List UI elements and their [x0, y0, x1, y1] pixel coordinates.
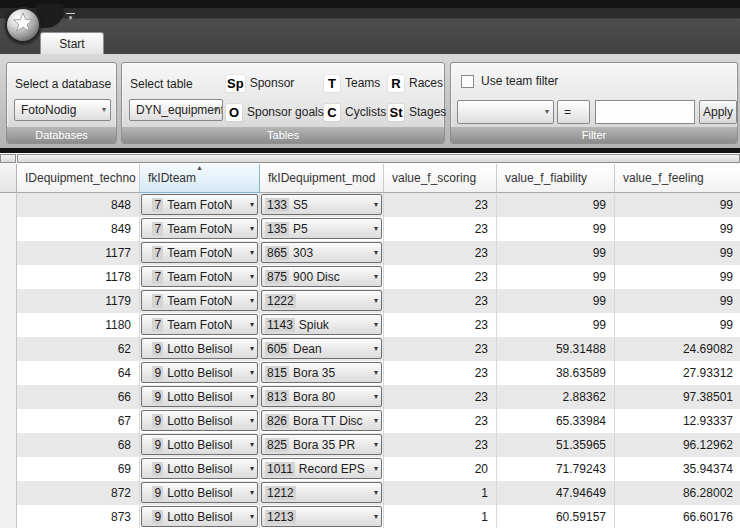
- grid-cell-fiability[interactable]: 59.31488: [497, 337, 615, 361]
- tab-start[interactable]: Start: [40, 32, 104, 54]
- row-selector[interactable]: [0, 481, 17, 505]
- model-combobox[interactable]: 135P5▾: [261, 218, 382, 239]
- row-selector[interactable]: [0, 313, 17, 337]
- team-combobox[interactable]: 9Lotto Belisol▾: [141, 434, 258, 455]
- model-combobox[interactable]: 875900 Disc▾: [261, 266, 382, 287]
- grid-cell-fiability[interactable]: 71.79243: [497, 457, 615, 481]
- grid-cell-feeling[interactable]: 99: [615, 265, 740, 289]
- column-header-team[interactable]: ▲fkIDteam: [140, 164, 260, 193]
- team-combobox[interactable]: 9Lotto Belisol▾: [141, 482, 258, 503]
- grid-cell-scoring[interactable]: 1: [384, 505, 497, 528]
- column-header-feeling[interactable]: value_f_feeling: [615, 164, 740, 193]
- grid-cell-id[interactable]: 62: [17, 337, 140, 361]
- grid-cell-fiability[interactable]: 99: [497, 313, 615, 337]
- grid-cell-feeling[interactable]: 99: [615, 193, 740, 217]
- grid-cell-feeling[interactable]: 97.38501: [615, 385, 740, 409]
- filter-field-combobox[interactable]: ▾: [457, 100, 554, 124]
- grid-cell-scoring[interactable]: 23: [384, 265, 497, 289]
- column-header-model[interactable]: fkIDequipment_mod: [260, 164, 384, 193]
- grid-cell-id[interactable]: 67: [17, 409, 140, 433]
- grid-cell-fiability[interactable]: 99: [497, 217, 615, 241]
- grid-cell-feeling[interactable]: 35.94374: [615, 457, 740, 481]
- grid-cell-scoring[interactable]: 23: [384, 361, 497, 385]
- grid-cell-feeling[interactable]: 99: [615, 217, 740, 241]
- team-combobox[interactable]: 7Team FotoN▾: [141, 218, 258, 239]
- grid-cell-id[interactable]: 1178: [17, 265, 140, 289]
- grid-cell-id[interactable]: 1177: [17, 241, 140, 265]
- column-header-scoring[interactable]: value_f_scoring: [384, 164, 497, 193]
- grid-cell-scoring[interactable]: 23: [384, 433, 497, 457]
- table-combobox[interactable]: DYN_equipment ▾: [129, 99, 223, 121]
- grid-cell-feeling[interactable]: 66.60176: [615, 505, 740, 528]
- column-header-fiability[interactable]: value_f_fiability: [497, 164, 615, 193]
- row-selector[interactable]: [0, 217, 17, 241]
- grid-cell-id[interactable]: 849: [17, 217, 140, 241]
- row-selector[interactable]: [0, 289, 17, 313]
- model-combobox[interactable]: 1222▾: [261, 290, 382, 311]
- table-nav-button-sponsor[interactable]: SpSponsor: [226, 73, 294, 93]
- quick-access-dropdown-icon[interactable]: ▾: [66, 13, 75, 20]
- table-nav-button-sponsor-goals[interactable]: OSponsor goals: [226, 102, 324, 122]
- row-selector[interactable]: [0, 265, 17, 289]
- grid-cell-scoring[interactable]: 23: [384, 193, 497, 217]
- grid-cell-id[interactable]: 64: [17, 361, 140, 385]
- row-selector[interactable]: [0, 457, 17, 481]
- grid-cell-scoring[interactable]: 23: [384, 385, 497, 409]
- model-combobox[interactable]: 605Dean▾: [261, 338, 382, 359]
- grid-cell-fiability[interactable]: 99: [497, 289, 615, 313]
- grid-cell-feeling[interactable]: 12.93337: [615, 409, 740, 433]
- grid-cell-fiability[interactable]: 65.33984: [497, 409, 615, 433]
- team-combobox[interactable]: 9Lotto Belisol▾: [141, 506, 258, 527]
- apply-button[interactable]: Apply: [699, 100, 737, 124]
- filter-operator-box[interactable]: =: [557, 100, 590, 124]
- model-combobox[interactable]: 1011Record EPS▾: [261, 458, 382, 479]
- row-selector[interactable]: [0, 385, 17, 409]
- model-combobox[interactable]: 825Bora 35 PR▾: [261, 434, 382, 455]
- grid-cell-scoring[interactable]: 23: [384, 241, 497, 265]
- grid-cell-feeling[interactable]: 99: [615, 241, 740, 265]
- grid-cell-scoring[interactable]: 1: [384, 481, 497, 505]
- grid-cell-scoring[interactable]: 23: [384, 289, 497, 313]
- team-combobox[interactable]: 7Team FotoN▾: [141, 314, 258, 335]
- grid-cell-feeling[interactable]: 27.93312: [615, 361, 740, 385]
- team-combobox[interactable]: 7Team FotoN▾: [141, 290, 258, 311]
- grid-cell-feeling[interactable]: 86.28002: [615, 481, 740, 505]
- model-combobox[interactable]: 133S5▾: [261, 194, 382, 215]
- row-selector[interactable]: [0, 193, 17, 217]
- grid-cell-fiability[interactable]: 38.63589: [497, 361, 615, 385]
- grid-cell-fiability[interactable]: 60.59157: [497, 505, 615, 528]
- model-combobox[interactable]: 813Bora 80▾: [261, 386, 382, 407]
- grid-cell-scoring[interactable]: 20: [384, 457, 497, 481]
- use-team-filter-checkbox[interactable]: Use team filter: [461, 74, 558, 88]
- grid-cell-id[interactable]: 848: [17, 193, 140, 217]
- grid-cell-scoring[interactable]: 23: [384, 337, 497, 361]
- row-selector[interactable]: [0, 241, 17, 265]
- team-combobox[interactable]: 9Lotto Belisol▾: [141, 386, 258, 407]
- grid-cell-id[interactable]: 873: [17, 505, 140, 528]
- grid-cell-fiability[interactable]: 99: [497, 265, 615, 289]
- team-combobox[interactable]: 9Lotto Belisol▾: [141, 458, 258, 479]
- filter-value-input[interactable]: [595, 100, 695, 124]
- team-combobox[interactable]: 7Team FotoN▾: [141, 194, 258, 215]
- grid-cell-fiability[interactable]: 99: [497, 241, 615, 265]
- grid-cell-fiability[interactable]: 47.94649: [497, 481, 615, 505]
- grid-cell-feeling[interactable]: 99: [615, 313, 740, 337]
- row-selector[interactable]: [0, 337, 17, 361]
- team-combobox[interactable]: 9Lotto Belisol▾: [141, 362, 258, 383]
- grid-cell-id[interactable]: 872: [17, 481, 140, 505]
- grid-cell-scoring[interactable]: 23: [384, 409, 497, 433]
- grid-cell-scoring[interactable]: 23: [384, 313, 497, 337]
- grid-cell-feeling[interactable]: 96.12962: [615, 433, 740, 457]
- model-combobox[interactable]: 815Bora 35▾: [261, 362, 382, 383]
- table-nav-button-cyclists[interactable]: CCyclists: [324, 102, 386, 122]
- select-all-corner[interactable]: [0, 164, 17, 193]
- grid-cell-feeling[interactable]: 24.69082: [615, 337, 740, 361]
- team-combobox[interactable]: 9Lotto Belisol▾: [141, 338, 258, 359]
- row-selector[interactable]: [0, 505, 17, 528]
- table-nav-button-races[interactable]: RRaces: [388, 73, 443, 93]
- team-combobox[interactable]: 9Lotto Belisol▾: [141, 410, 258, 431]
- grid-cell-id[interactable]: 1179: [17, 289, 140, 313]
- grid-cell-id[interactable]: 1180: [17, 313, 140, 337]
- team-combobox[interactable]: 7Team FotoN▾: [141, 266, 258, 287]
- model-combobox[interactable]: 1212▾: [261, 482, 382, 503]
